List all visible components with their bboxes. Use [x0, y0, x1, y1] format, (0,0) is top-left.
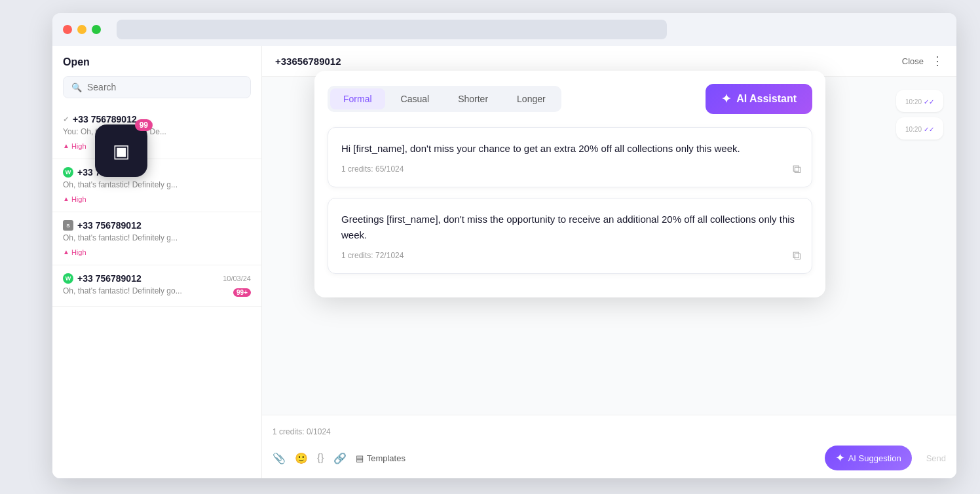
message-bubble: 10:20 ✓✓ [896, 117, 943, 140]
tab-casual[interactable]: Casual [388, 88, 443, 109]
maximize-button[interactable] [92, 25, 101, 34]
conv-preview: Oh, that's fantastic! Definitely go... [63, 286, 182, 295]
conv-preview: Oh, that's fantastic! Definitely g... [63, 233, 220, 242]
chat-header-actions: Close ⋮ [902, 54, 943, 68]
input-toolbar: 📎 🙂 {} 🔗 ▤ Templates ✦ AI Suggestion Sen… [273, 440, 946, 470]
close-chat-button[interactable]: Close [902, 56, 924, 66]
suggestion-text-1: Hi [first_name], don't miss your chance … [341, 141, 799, 157]
message-check-icon: ✓✓ [924, 98, 934, 105]
ai-assistant-button[interactable]: ✦ AI Assistant [706, 84, 812, 114]
templates-button[interactable]: ▤ Templates [356, 453, 405, 463]
unread-badge: 99+ [233, 288, 251, 297]
app-icon-overlay[interactable]: ▣ 99 [95, 124, 147, 177]
conv-phone: ✓ +33 756789012 [63, 114, 137, 124]
close-button[interactable] [63, 25, 72, 34]
conversation-list: ✓ +33 756789012 You: Oh, that's fantasti… [52, 106, 261, 478]
list-item[interactable]: W +33 756789012 10/03/24 Oh, that's fant… [52, 265, 261, 307]
ai-assistant-panel: Formal Casual Shorter Longer ✦ AI Assist… [314, 71, 825, 297]
sidebar: Open 🔍 ✓ +33 756789012 You: Oh, that's f… [52, 46, 262, 478]
copy-button-1[interactable]: ⧉ [793, 162, 801, 176]
message-time: 10:20 ✓✓ [905, 126, 934, 133]
chat-phone: +33656789012 [275, 56, 341, 67]
sidebar-header: Open [52, 46, 261, 68]
more-options-icon[interactable]: ⋮ [932, 54, 943, 68]
search-box[interactable]: 🔍 [63, 76, 251, 98]
priority-badge: ▲ High [63, 195, 86, 203]
tab-shorter[interactable]: Shorter [445, 88, 501, 109]
check-icon: ✓ [63, 115, 69, 124]
code-icon[interactable]: {} [317, 452, 324, 464]
search-input[interactable] [87, 82, 242, 92]
send-button[interactable]: Send [926, 453, 946, 463]
conv-date: 10/03/24 [223, 275, 251, 282]
browser-titlebar [52, 13, 956, 46]
conv-phone: W +33 756789012 [63, 273, 141, 284]
search-icon: 🔍 [71, 83, 82, 92]
suggestion-credits-1: 1 credits: 65/1024 [341, 164, 799, 174]
message-check-icon: ✓✓ [924, 126, 934, 133]
chat-input-area: 1 credits: 0/1024 📎 🙂 {} 🔗 ▤ Templates ✦… [262, 415, 956, 478]
suggestion-text-2: Greetings [first_name], don't miss the o… [341, 212, 799, 243]
sparkle-icon: ✦ [835, 451, 845, 465]
sidebar-title: Open [63, 56, 90, 68]
tone-tabs: Formal Casual Shorter Longer [328, 86, 561, 112]
ai-suggestion-button[interactable]: ✦ AI Suggestion [825, 446, 912, 470]
whatsapp-icon: W [63, 273, 73, 284]
message-time: 10:20 ✓✓ [905, 98, 934, 105]
suggestion-card-2: Greetings [first_name], don't miss the o… [328, 198, 812, 274]
attachment-icon[interactable]: 📎 [273, 452, 286, 465]
list-item[interactable]: S +33 756789012 Oh, that's fantastic! De… [52, 212, 261, 265]
credits-label: 1 credits: 0/1024 [273, 423, 946, 440]
copy-button-2[interactable]: ⧉ [793, 249, 801, 263]
ai-sparkle-icon: ✦ [721, 92, 731, 106]
list-item[interactable]: W +33 756789012 Oh, that's fantastic! De… [52, 159, 261, 212]
app-badge: 99 [135, 119, 153, 131]
conv-preview: Oh, that's fantastic! Definitely g... [63, 180, 220, 189]
whatsapp-icon: W [63, 167, 73, 178]
suggestion-credits-2: 1 credits: 72/1024 [341, 251, 799, 260]
emoji-icon[interactable]: 🙂 [295, 452, 308, 465]
suggestion-card-1: Hi [first_name], don't miss your chance … [328, 127, 812, 187]
priority-badge: ▲ High [63, 142, 86, 150]
app-icon: ▣ [113, 140, 130, 162]
url-bar[interactable] [117, 20, 667, 39]
list-item[interactable]: ✓ +33 756789012 You: Oh, that's fantasti… [52, 106, 261, 159]
priority-badge: ▲ High [63, 248, 86, 256]
ai-panel-header: Formal Casual Shorter Longer ✦ AI Assist… [328, 84, 812, 114]
message-bubble: 10:20 ✓✓ [896, 90, 943, 112]
tab-formal[interactable]: Formal [330, 88, 385, 109]
link-icon[interactable]: 🔗 [333, 452, 347, 465]
minimize-button[interactable] [77, 25, 86, 34]
conv-phone: S +33 756789012 [63, 220, 141, 231]
sms-icon: S [63, 220, 73, 231]
tab-longer[interactable]: Longer [504, 88, 559, 109]
templates-icon: ▤ [356, 453, 364, 463]
